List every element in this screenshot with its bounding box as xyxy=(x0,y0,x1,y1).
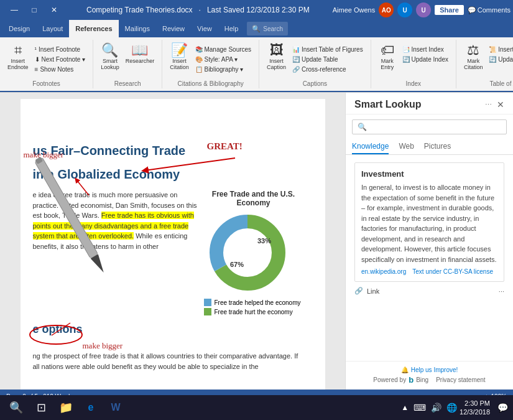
tab-references[interactable]: References xyxy=(69,20,118,37)
word-icon: W xyxy=(111,402,120,413)
sl-wiki-link[interactable]: en.wikipedia.org xyxy=(361,268,406,275)
insert-authorities-button[interactable]: 📜 Insert Table of Authorities xyxy=(486,45,513,54)
clock-time: 2:30 PM xyxy=(460,399,490,408)
insert-endnote-button[interactable]: ⌗ Insert Endnote xyxy=(5,42,31,72)
captions-label: Captions xyxy=(303,80,327,87)
sl-search-icon: 🔍 xyxy=(358,123,367,131)
mark-citation-button[interactable]: ⚖ MarkCitation xyxy=(461,42,486,72)
sl-close-button[interactable]: ✕ xyxy=(497,100,504,110)
legend-item-green: Free trade hurt the economy xyxy=(204,308,303,315)
insert-index-button[interactable]: 📑 Insert Index xyxy=(400,45,451,54)
taskbar: 🔍 ⊡ 📁 e W ▲ ⌨ 🔊 🌐 2:30 PM 12/3/2018 💬 xyxy=(0,395,513,420)
edge-button[interactable]: e xyxy=(80,396,102,419)
taskbar-clock[interactable]: 2:30 PM 12/3/2018 xyxy=(460,399,495,417)
sl-help-icon: 🔔 xyxy=(401,366,409,373)
sl-link-text: Link xyxy=(367,287,379,295)
main-area: us Fair–Connecting Trade in a Globalized… xyxy=(0,93,513,390)
task-view-button[interactable]: ⊡ xyxy=(30,396,52,419)
sl-search-box[interactable]: 🔍 xyxy=(352,119,507,134)
ribbon-tabs: Design Layout References Mailings Review… xyxy=(0,20,513,37)
update-authorities-button[interactable]: 🔄 Update Table xyxy=(486,55,513,64)
maximize-button[interactable]: □ xyxy=(25,4,44,16)
bing-text: Bing xyxy=(416,376,428,383)
update-table-captions-button[interactable]: 🔄 Update Table xyxy=(290,55,366,64)
user-name: Aimee Owens xyxy=(333,6,375,14)
bibliography-button[interactable]: 📋 Bibliography ▾ xyxy=(193,65,254,74)
footnotes-label: Footnotes xyxy=(32,80,60,87)
user-avatar-2: U xyxy=(397,2,412,17)
body-paragraph-2: ng the prospect of free trade is that it… xyxy=(33,351,303,371)
chart-title: Free Trade and the U.S. Economy xyxy=(204,190,303,207)
sl-tab-web[interactable]: Web xyxy=(399,139,414,154)
up-arrow-icon[interactable]: ▲ xyxy=(401,403,409,412)
annotation-great: GREAT! xyxy=(207,141,243,152)
sl-help-row: 🔔 Help us Improve! xyxy=(354,366,504,373)
manage-sources-button[interactable]: 📚 Manage Sources xyxy=(193,45,254,54)
svg-point-11 xyxy=(30,325,82,344)
donut-chart: 33% 67% xyxy=(204,212,291,293)
show-notes-button[interactable]: ≡ Show Notes xyxy=(32,65,88,74)
tab-design[interactable]: Design xyxy=(2,20,36,37)
svg-text:33%: 33% xyxy=(257,237,271,245)
style-button[interactable]: 🎨 Style: APA ▾ xyxy=(193,55,254,64)
minimize-button[interactable]: — xyxy=(5,4,24,16)
captions-group: 🖼 InsertCaption 📊 Insert Table of Figure… xyxy=(259,40,371,88)
sl-help-text[interactable]: Help us Improve! xyxy=(411,366,458,373)
tab-view[interactable]: View xyxy=(191,20,218,37)
sl-header: Smart Lookup ⋯ ✕ xyxy=(346,93,513,114)
legend-color-blue xyxy=(204,299,211,306)
citations-group: 📝 InsertCitation 📚 Manage Sources 🎨 Styl… xyxy=(162,40,259,88)
keyboard-icon[interactable]: ⌨ xyxy=(414,403,426,413)
file-explorer-button[interactable]: 📁 xyxy=(55,396,77,419)
insert-citation-button[interactable]: 📝 InsertCitation xyxy=(167,42,192,72)
search-button-taskbar[interactable]: 🔍 xyxy=(5,396,27,419)
next-footnote-button[interactable]: ⬇ Next Footnote ▾ xyxy=(32,55,88,64)
tab-mailings[interactable]: Mailings xyxy=(119,20,156,37)
privacy-link[interactable]: Privacy statement xyxy=(436,376,485,383)
bing-logo: b xyxy=(409,375,414,385)
share-button[interactable]: Share xyxy=(435,5,464,15)
tab-layout[interactable]: Layout xyxy=(36,20,69,37)
mark-entry-button[interactable]: 🏷 MarkEntry xyxy=(376,42,399,72)
sl-options-icon[interactable]: ⋯ xyxy=(485,101,492,109)
sl-card-title: Investment xyxy=(361,169,497,179)
insert-caption-button[interactable]: 🖼 InsertCaption xyxy=(264,42,289,72)
index-label: Index xyxy=(406,80,421,87)
sl-link-row[interactable]: 🔗 Link ··· xyxy=(354,287,504,295)
folder-icon: 📁 xyxy=(59,401,73,414)
authorities-label: Table of Authorities xyxy=(489,80,513,87)
ribbon-content: ⌗ Insert Endnote ¹ Insert Footnote ⬇ Nex… xyxy=(0,37,513,92)
user-avatar-3: U xyxy=(416,2,431,17)
mark-icon: 🏷 xyxy=(381,44,394,57)
cross-reference-button[interactable]: 🔗 Cross-reference xyxy=(290,65,366,74)
doc-title: us Fair–Connecting Trade in a Globalized… xyxy=(33,142,303,182)
sl-tab-knowledge[interactable]: Knowledge xyxy=(352,139,389,154)
taskbar-sys-icons: ▲ ⌨ 🔊 🌐 xyxy=(401,403,457,413)
sl-link-dots[interactable]: ··· xyxy=(499,287,504,295)
footnotes-group: ⌗ Insert Endnote ¹ Insert Footnote ⬇ Nex… xyxy=(0,40,93,88)
close-button[interactable]: ✕ xyxy=(45,4,63,16)
speaker-icon[interactable]: 🔊 xyxy=(431,403,441,413)
network-icon[interactable]: 🌐 xyxy=(446,403,457,413)
insert-footnote-button[interactable]: ¹ Insert Footnote xyxy=(32,45,88,54)
update-index-button[interactable]: 🔄 Update Index xyxy=(400,55,451,64)
sl-search-input[interactable] xyxy=(370,123,501,131)
last-saved: Last Saved 12/3/2018 2:30 PM xyxy=(207,6,310,14)
body-chart-row: e idea of free trade is much more persua… xyxy=(33,190,303,315)
sl-license-link[interactable]: Text under CC-BY-SA license xyxy=(412,268,493,275)
sl-content: Investment In general, to invest is to a… xyxy=(346,155,513,361)
sl-tab-pictures[interactable]: Pictures xyxy=(424,139,451,154)
word-button[interactable]: W xyxy=(104,396,127,419)
top-bar: — □ ✕ Competing Trade Theories.docx · La… xyxy=(0,0,513,20)
comments-button[interactable]: 💬 Comments xyxy=(468,6,511,14)
researcher-button[interactable]: 📖 Researcher xyxy=(123,42,157,65)
filename: Competing Trade Theories.docx xyxy=(86,6,193,14)
smart-lookup-button[interactable]: 🔍 SmartLookup xyxy=(98,42,122,72)
user-avatar-1: AO xyxy=(379,2,394,17)
tab-review[interactable]: Review xyxy=(156,20,191,37)
notification-icon[interactable]: 💬 xyxy=(497,403,508,413)
smart-lookup-panel: Smart Lookup ⋯ ✕ 🔍 Knowledge Web Picture… xyxy=(345,93,513,390)
insert-table-figures-button[interactable]: 📊 Insert Table of Figures xyxy=(290,45,366,54)
tab-help[interactable]: Help xyxy=(218,20,245,37)
search-ribbon[interactable]: Search xyxy=(263,26,283,32)
